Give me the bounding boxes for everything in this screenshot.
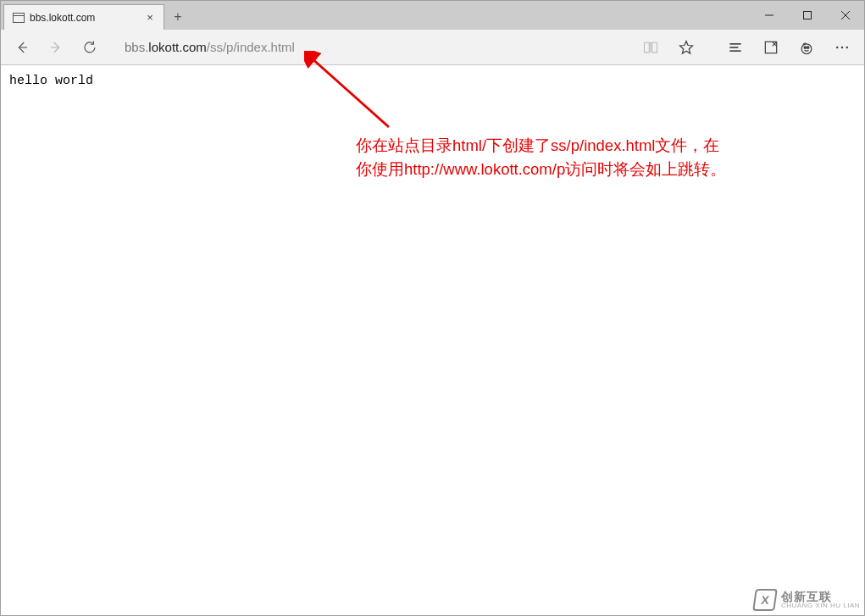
- titlebar: bbs.lokott.com × +: [1, 1, 864, 30]
- close-tab-button[interactable]: ×: [143, 11, 157, 25]
- svg-point-12: [807, 46, 809, 48]
- tab-strip: bbs.lokott.com × +: [1, 1, 750, 30]
- more-button[interactable]: [825, 31, 859, 64]
- close-window-button[interactable]: [826, 1, 864, 30]
- watermark-logo-icon: X: [752, 589, 778, 611]
- toolbar-right: [634, 31, 859, 64]
- svg-point-10: [801, 43, 812, 53]
- browser-tab[interactable]: bbs.lokott.com ×: [3, 4, 164, 30]
- minimize-button[interactable]: [750, 1, 788, 30]
- svg-point-11: [804, 46, 807, 48]
- back-button[interactable]: [6, 31, 38, 64]
- page-body-text: hello world: [9, 74, 93, 88]
- new-tab-button[interactable]: +: [164, 4, 191, 30]
- forward-button[interactable]: [40, 31, 72, 64]
- tab-title: bbs.lokott.com: [30, 12, 138, 24]
- reading-view-button[interactable]: [634, 31, 668, 64]
- svg-rect-1: [803, 12, 811, 19]
- browser-window: bbs.lokott.com × + bbs.: [0, 0, 865, 616]
- refresh-button[interactable]: [74, 31, 106, 64]
- address-bar[interactable]: bbs.lokott.com/ss/p/index.html: [114, 35, 625, 60]
- maximize-button[interactable]: [788, 1, 826, 30]
- url-host: lokott.com: [148, 40, 206, 54]
- watermark-main: 创新互联: [781, 591, 860, 602]
- share-button[interactable]: [790, 31, 823, 64]
- hub-button[interactable]: [718, 31, 752, 64]
- favorite-button[interactable]: [669, 31, 703, 64]
- notes-button[interactable]: [754, 31, 788, 64]
- annotation-text: 你在站点目录html/下创建了ss/p/index.html文件，在你使用htt…: [356, 134, 729, 181]
- svg-point-13: [836, 46, 839, 48]
- page-favicon-icon: [13, 13, 25, 23]
- watermark-sub: CHUANG XIN HU LIAN: [781, 602, 860, 609]
- svg-point-15: [846, 46, 849, 48]
- window-controls: [750, 1, 864, 30]
- toolbar: bbs.lokott.com/ss/p/index.html: [1, 30, 864, 65]
- svg-point-14: [841, 46, 844, 48]
- url-path: /ss/p/index.html: [207, 40, 295, 54]
- url-prefix: bbs.: [125, 40, 148, 54]
- watermark: X 创新互联 CHUANG XIN HU LIAN: [754, 589, 860, 611]
